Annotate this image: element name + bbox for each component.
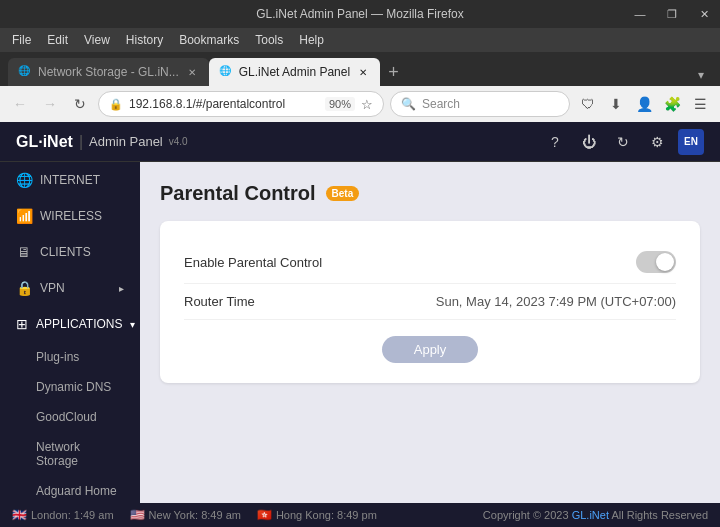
copyright-suffix: All Rights Reserved [609,509,708,521]
flag-uk: 🇬🇧 [12,508,27,522]
page-title: Parental Control [160,182,316,205]
enable-label: Enable Parental Control [184,255,322,270]
menu-history[interactable]: History [118,31,171,49]
account-icon[interactable]: 👤 [632,92,656,116]
header-icons: ? ⏻ ↻ ⚙ EN [542,129,704,155]
search-icon: 🔍 [401,97,416,111]
footer-clocks: 🇬🇧 London: 1:49 am 🇺🇸 New York: 8:49 am … [12,508,377,522]
clients-icon: 🖥 [16,244,32,260]
menu-edit[interactable]: Edit [39,31,76,49]
new-tab-button[interactable]: + [380,58,407,86]
clock-hongkong: 🇭🇰 Hong Kong: 8:49 pm [257,508,377,522]
menu-icon[interactable]: ☰ [688,92,712,116]
apply-row: Apply [184,320,676,363]
tab-overflow-button[interactable]: ▾ [690,64,712,86]
sidebar: 🌐 INTERNET 📶 WIRELESS 🖥 CLIENTS 🔒 VPN ▸ … [0,162,140,503]
sidebar-item-wireless[interactable]: 📶 WIRELESS [0,198,140,234]
sidebar-item-label-clients: CLIENTS [40,245,91,259]
forward-button[interactable]: → [38,92,62,116]
router-time-row: Router Time Sun, May 14, 2023 7:49 PM (U… [184,284,676,320]
applications-arrow-icon: ▾ [130,319,135,330]
menu-bookmarks[interactable]: Bookmarks [171,31,247,49]
internet-icon: 🌐 [16,172,32,188]
menu-help[interactable]: Help [291,31,332,49]
search-placeholder: Search [422,97,460,111]
sidebar-item-vpn[interactable]: 🔒 VPN ▸ [0,270,140,306]
app-header: GL·iNet | Admin Panel v4.0 ? ⏻ ↻ ⚙ EN [0,122,720,162]
reload-button[interactable]: ↻ [68,92,92,116]
tabbar: 🌐 Network Storage - GL.iN... ✕ 🌐 GL.iNet… [0,52,720,86]
extensions-icon[interactable]: 🧩 [660,92,684,116]
sidebar-item-label-internet: INTERNET [40,173,100,187]
tab-favicon-1: 🌐 [18,65,32,79]
tab-admin-panel[interactable]: 🌐 GL.iNet Admin Panel ✕ [209,58,380,86]
admin-panel-label: Admin Panel [89,134,163,149]
window-title: GL.iNet Admin Panel — Mozilla Firefox [256,7,463,21]
version-badge: v4.0 [169,136,188,147]
sidebar-item-label-applications: APPLICATIONS [36,317,122,331]
sidebar-sub-network-storage[interactable]: Network Storage [0,432,140,476]
toolbar-icons: 🛡 ⬇ 👤 🧩 ☰ [576,92,712,116]
menu-view[interactable]: View [76,31,118,49]
sidebar-sub-dynamic-dns[interactable]: Dynamic DNS [0,372,140,402]
titlebar: GL.iNet Admin Panel — Mozilla Firefox — … [0,0,720,28]
tab-network-storage[interactable]: 🌐 Network Storage - GL.iN... ✕ [8,58,209,86]
lock-icon: 🔒 [109,98,123,111]
sidebar-item-applications[interactable]: ⊞ APPLICATIONS ▾ [0,306,140,342]
clock-hongkong-label: Hong Kong: 8:49 pm [276,509,377,521]
sidebar-sub-adguard-home[interactable]: Adguard Home [0,476,140,503]
menu-tools[interactable]: Tools [247,31,291,49]
vpn-arrow-icon: ▸ [119,283,124,294]
flag-hk: 🇭🇰 [257,508,272,522]
content-area: Parental Control Beta Enable Parental Co… [140,162,720,503]
flag-us: 🇺🇸 [130,508,145,522]
sidebar-item-internet[interactable]: 🌐 INTERNET [0,162,140,198]
applications-icon: ⊞ [16,316,28,332]
app-logo: GL·iNet | Admin Panel v4.0 [16,133,188,151]
url-text: 192.168.8.1/#/parentalcontrol [129,97,319,111]
tab-close-1[interactable]: ✕ [185,65,199,79]
power-icon[interactable]: ⏻ [576,129,602,155]
bookmark-icon[interactable]: ☆ [361,97,373,112]
address-box[interactable]: 🔒 192.168.8.1/#/parentalcontrol 90% ☆ [98,91,384,117]
sidebar-item-label-vpn: VPN [40,281,65,295]
download-icon[interactable]: ⬇ [604,92,628,116]
sidebar-item-label-wireless: WIRELESS [40,209,102,223]
back-button[interactable]: ← [8,92,32,116]
close-button[interactable]: ✕ [688,0,720,28]
beta-badge: Beta [326,186,360,201]
tab-label-2: GL.iNet Admin Panel [239,65,350,79]
maximize-button[interactable]: ❐ [656,0,688,28]
clock-newyork-label: New York: 8:49 am [149,509,241,521]
addressbar: ← → ↻ 🔒 192.168.8.1/#/parentalcontrol 90… [0,86,720,122]
sidebar-item-clients[interactable]: 🖥 CLIENTS [0,234,140,270]
enable-row: Enable Parental Control [184,241,676,284]
apply-button[interactable]: Apply [382,336,479,363]
search-box[interactable]: 🔍 Search [390,91,570,117]
tab-close-2[interactable]: ✕ [356,65,370,79]
logo-separator: | [79,133,83,151]
footer: 🇬🇧 London: 1:49 am 🇺🇸 New York: 8:49 am … [0,503,720,527]
router-time-label: Router Time [184,294,255,309]
settings-icon[interactable]: ⚙ [644,129,670,155]
tab-label-1: Network Storage - GL.iN... [38,65,179,79]
menu-file[interactable]: File [4,31,39,49]
tab-favicon-2: 🌐 [219,65,233,79]
main-layout: 🌐 INTERNET 📶 WIRELESS 🖥 CLIENTS 🔒 VPN ▸ … [0,162,720,503]
vpn-icon: 🔒 [16,280,32,296]
page-title-row: Parental Control Beta [160,182,700,205]
refresh-icon[interactable]: ↻ [610,129,636,155]
clock-london-label: London: 1:49 am [31,509,114,521]
copyright-text: Copyright © 2023 [483,509,572,521]
parental-control-card: Enable Parental Control Router Time Sun,… [160,221,700,383]
app-container: GL·iNet | Admin Panel v4.0 ? ⏻ ↻ ⚙ EN 🌐 … [0,122,720,527]
minimize-button[interactable]: — [624,0,656,28]
sidebar-sub-goodcloud[interactable]: GoodCloud [0,402,140,432]
help-icon[interactable]: ? [542,129,568,155]
language-icon[interactable]: EN [678,129,704,155]
glinet-link[interactable]: GL.iNet [572,509,609,521]
window-controls: — ❐ ✕ [624,0,720,28]
shield-icon[interactable]: 🛡 [576,92,600,116]
enable-toggle[interactable] [636,251,676,273]
sidebar-sub-plugins[interactable]: Plug-ins [0,342,140,372]
